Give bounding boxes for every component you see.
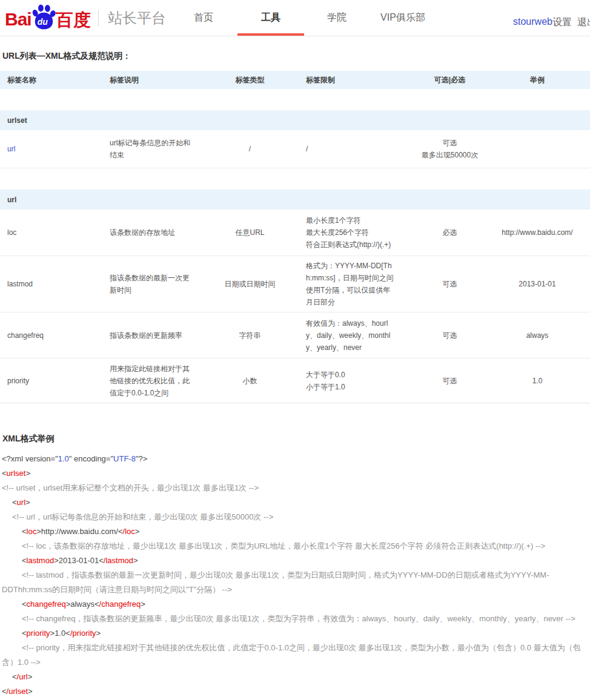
- cell-tag-desc: url标记每条信息的开始和结束: [103, 133, 215, 165]
- cell-example: http://www.baidu.com/: [485, 223, 590, 242]
- username-link[interactable]: stourweb: [513, 16, 552, 27]
- cell-example: always: [485, 326, 590, 345]
- logo-divider: [98, 10, 99, 27]
- code-line: </url>: [2, 670, 588, 684]
- cell-tag-limit: 格式为：YYYY-MM-DD[Thh:mm:ss]，日期与时间之间使用T分隔，可…: [285, 256, 415, 312]
- code-line: <urlset>: [2, 466, 588, 481]
- cell-required: 必选: [415, 223, 485, 242]
- xml-example-code: <?xml version="1.0" encoding="UTF-8"?><u…: [2, 452, 588, 699]
- column-header: 标签限制: [285, 74, 415, 86]
- cell-tag-limit: /: [285, 139, 415, 159]
- code-line: <!-- lastmod，指该条数据的最新一次更新时间，最少出现0次 最多出现1…: [2, 568, 588, 597]
- table-spacer: [0, 168, 590, 190]
- logo-text-bai: Bai: [5, 7, 31, 31]
- logo-text-du: du: [38, 17, 48, 27]
- cell-tag-name: changefreq: [0, 326, 103, 345]
- cell-tag-desc: 用来指定此链接相对于其他链接的优先权比值，此值定于0.0-1.0之间: [103, 359, 215, 403]
- xml-spec-table: 标签名称标签说明标签类型标签限制可选|必选举例urlseturlurl标记每条信…: [0, 71, 590, 403]
- cell-tag-type: 小数: [215, 371, 285, 391]
- page-title: URL列表—XML格式及规范说明：: [2, 51, 590, 62]
- table-row-priority: priority用来指定此链接相对于其他链接的优先权比值，此值定于0.0-1.0…: [0, 358, 590, 403]
- column-header: 标签说明: [103, 74, 215, 86]
- site-name: 站长平台: [108, 8, 166, 28]
- nav-tab-home[interactable]: 首页: [194, 0, 213, 36]
- cell-tag-type: /: [215, 139, 285, 159]
- cell-tag-type: 任意URL: [215, 223, 285, 242]
- cell-example: [485, 145, 590, 153]
- cell-required: 可选 最多出现50000次: [415, 133, 485, 165]
- active-tab-underline: [237, 33, 304, 36]
- nav-tab-label: VIP俱乐部: [380, 12, 425, 24]
- baidu-paw-icon: du: [30, 4, 58, 31]
- code-line: <loc>http://www.baidu.com/</loc>: [2, 524, 588, 539]
- cell-tag-limit: 大于等于0.0 小于等于1.0: [285, 365, 415, 397]
- nav-tab-label: 首页: [194, 12, 213, 24]
- column-header: 可选|必选: [415, 74, 485, 86]
- cell-tag-limit: 有效值为：always、hourly、daily、weekly、monthly、…: [285, 314, 415, 357]
- baidu-logo[interactable]: Bai du 百度: [5, 4, 91, 31]
- table-row-changefreq: changefreq指该条数据的更新频率字符串有效值为：always、hourl…: [0, 312, 590, 358]
- code-line: <priority>1.0</priority>: [2, 626, 588, 641]
- table-row-lastmod: lastmod指该条数据的最新一次更新时间日期或日期时间格式为：YYYY-MM-…: [0, 256, 590, 312]
- table-header-row: 标签名称标签说明标签类型标签限制可选|必选举例: [0, 71, 590, 89]
- table-spacer: [0, 89, 590, 110]
- settings-link[interactable]: 设置: [552, 16, 572, 29]
- cell-tag-type: 日期或日期时间: [215, 274, 285, 294]
- logo-text-cn: 百度: [56, 8, 91, 31]
- code-line: <?xml version="1.0" encoding="UTF-8"?>: [2, 452, 588, 466]
- column-header: 举例: [485, 74, 590, 86]
- cell-required: 可选: [415, 371, 485, 391]
- table-row-loc: loc该条数据的存放地址任意URL最小长度1个字符 最大长度256个字符 符合正…: [0, 210, 590, 256]
- cell-tag-desc: 该条数据的存放地址: [103, 223, 215, 242]
- cell-required: 可选: [415, 274, 485, 294]
- cell-example: 1.0: [485, 371, 590, 391]
- column-header: 标签类型: [215, 74, 285, 86]
- code-line: <!-- priority，用来指定此链接相对于其他链接的优先权比值，此值定于0…: [2, 641, 588, 670]
- nav-tab-label: 工具: [261, 12, 280, 24]
- cell-tag-limit: 最小长度1个字符 最大长度256个字符 符合正则表达式(http://)(.+): [285, 211, 415, 254]
- top-navbar: Bai du 百度 站长平台 首页 工具 学院 VIP俱乐部 stourweb …: [0, 0, 590, 36]
- logout-link[interactable]: 退出: [577, 16, 590, 29]
- tag-link-url[interactable]: url: [7, 145, 15, 153]
- table-row-url: urlurl标记每条信息的开始和结束//可选 最多出现50000次: [0, 130, 590, 168]
- nav-tab-label: 学院: [327, 12, 346, 24]
- nav-tab-vip-club[interactable]: VIP俱乐部: [380, 0, 425, 36]
- cell-tag-name: loc: [0, 223, 103, 242]
- xml-example-title: XML格式举例: [2, 434, 590, 444]
- code-line: <!-- changefreq，指该条数据的更新频率，最少出现0次 最多出现1次…: [2, 612, 588, 626]
- nav-tab-tools[interactable]: 工具: [237, 0, 304, 36]
- code-line: <lastmod>2013-01-01</lastmod>: [2, 553, 588, 568]
- cell-tag-desc: 指该条数据的最新一次更新时间: [103, 268, 215, 300]
- column-header: 标签名称: [0, 74, 103, 86]
- code-line: <changefreq>always</changefreq>: [2, 597, 588, 612]
- code-line: </urlset>: [2, 684, 588, 699]
- section-row-url: url: [0, 190, 590, 210]
- cell-tag-name: url: [0, 139, 103, 159]
- page: { "colors": { "brand_red": "#d7111b", "p…: [0, 0, 590, 700]
- code-line: <!-- url，url标记每条信息的开始和结束，最少出现0次 最多出现5000…: [2, 510, 588, 524]
- section-row-urlset: urlset: [0, 110, 590, 130]
- cell-tag-name: lastmod: [0, 274, 103, 294]
- cell-example: 2013-01-01: [485, 274, 590, 294]
- code-line: <url>: [2, 495, 588, 510]
- code-line: <!-- loc，该条数据的存放地址，最少出现1次 最多出现1次，类型为URL地…: [2, 539, 588, 553]
- cell-tag-desc: 指该条数据的更新频率: [103, 326, 215, 345]
- code-line: <!-- urlset，urlset用来标记整个文档的开头，最少出现1次 最多出…: [2, 481, 588, 495]
- cell-required: 可选: [415, 326, 485, 345]
- cell-tag-type: 字符串: [215, 326, 285, 345]
- nav-tab-college[interactable]: 学院: [327, 0, 346, 36]
- cell-tag-name: priority: [0, 371, 103, 391]
